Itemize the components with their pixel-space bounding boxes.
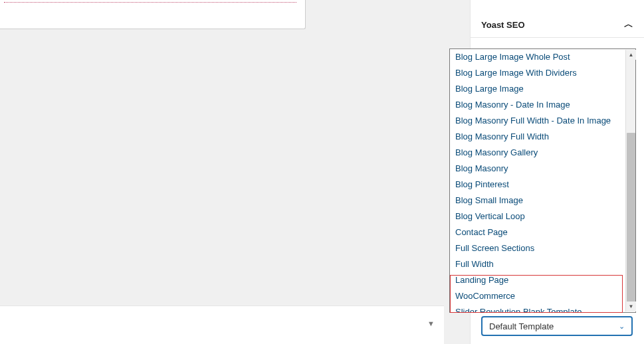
dropdown-option[interactable]: Blog Pinterest <box>450 177 635 193</box>
editor-panel-fragment <box>0 0 306 29</box>
chevron-up-icon: ︿ <box>624 19 633 31</box>
dropdown-option[interactable]: Blog Large Image Whole Post <box>450 49 635 65</box>
dropdown-option[interactable]: Blog Masonry Full Width - Date In Image <box>450 113 635 129</box>
dropdown-option[interactable]: Blog Small Image <box>450 193 635 209</box>
dropdown-option[interactable]: Blog Masonry - Date In Image <box>450 97 635 113</box>
scroll-down-button[interactable]: ▼ <box>626 301 636 311</box>
scroll-up-button[interactable]: ▲ <box>626 50 636 60</box>
editor-background <box>0 29 444 296</box>
dropdown-option[interactable]: Blog Large Image <box>450 81 635 97</box>
dropdown-option[interactable]: Landing Page <box>450 272 635 288</box>
dropdown-option[interactable]: WooCommerce <box>450 288 635 304</box>
dotted-divider <box>4 2 296 3</box>
yoast-seo-panel-header[interactable]: Yoast SEO ︿ <box>471 12 644 38</box>
chevron-down-icon: ⌄ <box>619 322 625 331</box>
template-select[interactable]: Default Template ⌄ <box>481 316 633 336</box>
dropdown-option[interactable]: Contact Page <box>450 224 635 240</box>
dropdown-list: Blog Large Image Whole Post Blog Large I… <box>450 49 635 312</box>
panel-title: Yoast SEO <box>481 20 525 30</box>
dropdown-option[interactable]: Blog Masonry <box>450 161 635 177</box>
dropdown-option[interactable]: Full Width <box>450 256 635 272</box>
scrollbar-thumb[interactable] <box>627 133 635 303</box>
dropdown-option[interactable]: Slider Revolution Blank Template <box>450 304 635 312</box>
dropdown-option[interactable]: Full Screen Sections <box>450 240 635 256</box>
bottom-panel[interactable]: ▼ <box>0 305 444 344</box>
dropdown-option[interactable]: Blog Vertical Loop <box>450 209 635 224</box>
dropdown-option[interactable]: Blog Masonry Gallery <box>450 145 635 161</box>
dropdown-option[interactable]: Blog Masonry Full Width <box>450 129 635 145</box>
scrollbar[interactable]: ▲ ▼ <box>625 50 635 311</box>
dropdown-option[interactable]: Blog Large Image With Dividers <box>450 65 635 81</box>
template-select-value: Default Template <box>489 321 554 331</box>
chevron-down-icon: ▼ <box>427 319 435 327</box>
template-dropdown-listbox[interactable]: Blog Large Image Whole Post Blog Large I… <box>449 48 636 313</box>
